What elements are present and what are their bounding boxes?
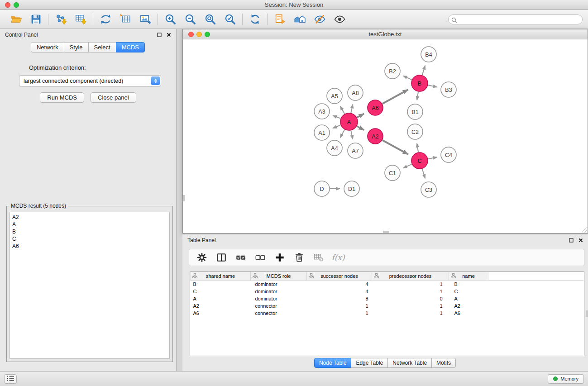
horizontal-scroll-indicator[interactable] [383,231,389,233]
table-cell[interactable]: A6 [449,310,488,317]
edge-B-B2[interactable] [403,76,412,80]
import-network-icon[interactable] [54,13,67,26]
export-image-icon[interactable] [139,13,152,26]
tab-mcds[interactable]: MCDS [116,42,145,52]
import-table-icon[interactable] [74,13,87,26]
table-cell[interactable]: connector [251,310,307,317]
mcds-result-item[interactable]: B [12,228,167,235]
column-header-predecessor-nodes[interactable]: predecessor nodes [372,272,449,280]
network-canvas[interactable]: AA6A2BCA1A3A4A5A7A8B1B2B3B4C1C2C3C4DD1 [183,39,588,233]
table-cell[interactable]: dominator [251,280,307,288]
mcds-result-list[interactable]: A2ABCA6 [10,212,170,359]
table-cell[interactable]: 0 [372,295,449,302]
network-window-titlebar[interactable]: testGlobe.txt [183,29,588,39]
optimization-criterion-select[interactable]: largest connected component (directed) [19,75,161,86]
table-cell[interactable]: B [191,280,251,288]
table-row[interactable]: Bdominator41B [191,280,584,288]
network-minimize-button[interactable] [196,32,202,37]
control-panel-float-icon[interactable] [157,33,162,37]
table-cell[interactable]: dominator [251,295,307,302]
table-cell[interactable]: 1 [372,302,449,310]
edge-A-A1[interactable] [333,125,340,128]
edge-A-A7[interactable] [351,131,353,139]
memory-button[interactable]: Memory [548,374,584,384]
edge-A-A8[interactable] [351,104,353,113]
edge-B-B4[interactable] [422,66,425,75]
edge-C-C4[interactable] [428,157,437,159]
close-panel-button[interactable]: Close panel [91,92,136,103]
table-cell[interactable]: 1 [307,310,372,317]
edge-C-C2[interactable] [417,143,418,152]
edge-A2-C[interactable] [382,140,408,154]
edge-C-C1[interactable] [403,164,412,168]
table-scroll-indicator[interactable] [586,310,588,317]
table-panel-close-icon[interactable] [578,238,583,243]
column-header-shared-name[interactable]: shared name [191,272,251,280]
table-cell[interactable]: 1 [372,288,449,295]
edge-A-A4[interactable] [340,130,345,138]
edge-A-A3[interactable] [333,115,340,118]
table-row[interactable]: Cdominator41C [191,288,584,295]
tab-select[interactable]: Select [88,42,116,52]
refresh-layout-icon[interactable] [249,13,261,26]
hide-details-icon[interactable] [313,13,326,26]
column-header-name[interactable]: name [449,272,488,280]
gear-icon[interactable] [196,251,208,264]
edge-B-B3[interactable] [428,85,437,87]
column-header-successor-nodes[interactable]: successor nodes [307,272,372,280]
network-close-button[interactable] [188,32,194,37]
home-icon[interactable] [293,13,306,26]
table-cell[interactable]: A [449,295,488,302]
vertical-scroll-indicator[interactable] [183,195,185,201]
zoom-in-icon[interactable] [164,13,177,26]
tab-network-table[interactable]: Network Table [387,358,432,368]
show-details-icon[interactable] [333,13,346,26]
table-panel-float-icon[interactable] [569,238,574,243]
edge-B-B1[interactable] [417,92,418,100]
search-input[interactable] [448,14,583,24]
table-cell[interactable]: C [449,288,488,295]
table-cell[interactable]: B [449,280,488,288]
tab-network[interactable]: Network [31,42,64,52]
table-cell[interactable]: 1 [372,310,449,317]
zoom-fit-icon[interactable] [204,13,216,26]
deselect-all-icon[interactable] [254,251,267,264]
merge-table-icon[interactable] [119,13,132,26]
delete-row-icon[interactable] [293,251,306,264]
mcds-result-item[interactable]: A2 [12,214,167,221]
run-mcds-button[interactable]: Run MCDS [40,92,84,103]
table-row[interactable]: Adominator80A [191,295,584,302]
table-row[interactable]: A6connector11A6 [191,310,584,317]
task-history-button[interactable] [4,374,17,384]
first-neighbors-icon[interactable] [273,13,286,26]
tab-edge-table[interactable]: Edge Table [351,358,388,368]
open-session-icon[interactable] [10,13,22,26]
table-cell[interactable]: 4 [307,288,372,295]
table-cell[interactable]: A2 [449,302,488,310]
table-cell[interactable]: 1 [307,302,372,310]
control-panel-close-icon[interactable] [167,33,171,37]
table-cell[interactable]: A [191,295,251,302]
select-all-icon[interactable] [234,251,247,264]
title-bar[interactable]: Session: New Session [0,0,588,10]
new-network-icon[interactable] [99,13,112,26]
mcds-result-item[interactable]: C [12,235,167,243]
edge-A-A2[interactable] [357,126,364,130]
edge-A-A6[interactable] [357,114,364,117]
edge-A6-B[interactable] [382,90,408,104]
zoom-out-icon[interactable] [184,13,196,26]
tab-motifs[interactable]: Motifs [431,358,456,368]
table-cell[interactable]: A2 [191,302,251,310]
mcds-result-item[interactable]: A6 [12,243,167,250]
table-cell[interactable]: dominator [251,288,307,295]
mcds-result-item[interactable]: A [12,221,167,228]
table-cell[interactable]: connector [251,302,307,310]
save-session-icon[interactable] [29,13,42,26]
edge-A-A5[interactable] [340,106,345,114]
tab-node-table[interactable]: Node Table [314,358,352,368]
tab-style[interactable]: Style [64,42,89,52]
zoom-window-button[interactable] [14,2,19,8]
table-cell[interactable]: C [191,288,251,295]
close-window-button[interactable] [5,2,10,8]
zoom-selected-icon[interactable] [224,13,236,26]
